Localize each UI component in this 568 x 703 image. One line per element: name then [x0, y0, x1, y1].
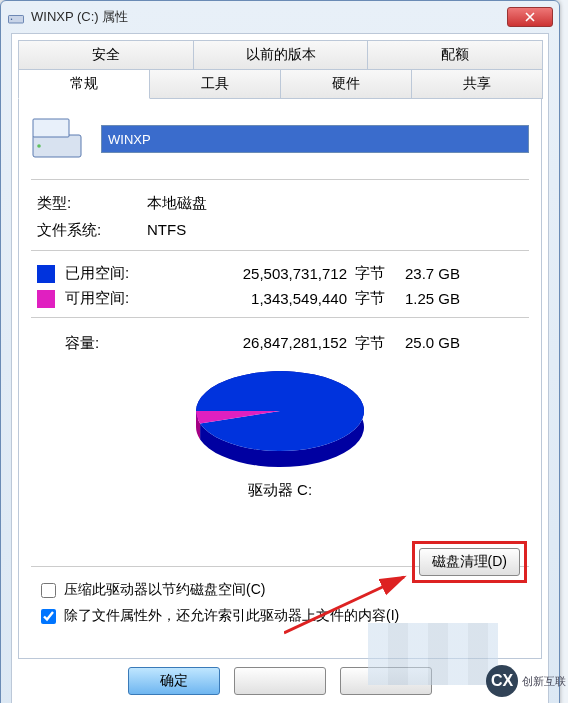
used-bytes: 25,503,731,712: [165, 265, 355, 282]
svg-point-1: [11, 19, 13, 21]
free-gb: 1.25 GB: [405, 290, 485, 307]
tab-general[interactable]: 常规: [18, 69, 150, 99]
tab-tools[interactable]: 工具: [149, 69, 281, 99]
dialog-window: WINXP (C:) 属性 安全 以前的版本 配额 常规 工具 硬件 共享: [0, 0, 560, 703]
close-button[interactable]: [507, 7, 553, 27]
capacity-gb: 25.0 GB: [405, 334, 485, 353]
disk-cleanup-button[interactable]: 磁盘清理(D): [419, 548, 520, 576]
filesystem-value: NTFS: [147, 221, 186, 240]
used-swatch: [37, 265, 55, 283]
free-label: 可用空间:: [65, 289, 165, 308]
watermark: CX 创新互联: [486, 665, 566, 697]
tab-content-general: 类型: 本地磁盘 文件系统: NTFS 已用空间: 25,503,731,712…: [18, 99, 542, 659]
tab-security[interactable]: 安全: [18, 40, 194, 70]
free-unit: 字节: [355, 289, 405, 308]
capacity-label: 容量:: [65, 334, 165, 353]
used-label: 已用空间:: [65, 264, 165, 283]
capacity-bytes: 26,847,281,152: [165, 334, 355, 353]
drive-name-row: [31, 117, 529, 161]
tabs-row-lower: 常规 工具 硬件 共享: [18, 69, 542, 99]
close-icon: [525, 12, 535, 22]
compress-checkbox[interactable]: [41, 583, 56, 598]
watermark-logo-icon: CX: [486, 665, 518, 697]
capacity-unit: 字节: [355, 334, 405, 353]
tab-hardware[interactable]: 硬件: [280, 69, 412, 99]
window-title: WINXP (C:) 属性: [31, 8, 507, 26]
tabs-row-upper: 安全 以前的版本 配额: [18, 40, 542, 70]
svg-rect-3: [33, 119, 69, 137]
free-bytes: 1,343,549,440: [165, 290, 355, 307]
type-label: 类型:: [37, 194, 147, 213]
index-label: 除了文件属性外，还允许索引此驱动器上文件的内容(I): [64, 607, 399, 625]
used-gb: 23.7 GB: [405, 265, 485, 282]
cleanup-area: 磁盘清理(D): [406, 535, 533, 589]
tab-sharing[interactable]: 共享: [411, 69, 543, 99]
tab-previous-versions[interactable]: 以前的版本: [193, 40, 369, 70]
separator: [31, 317, 529, 318]
drive-large-icon: [31, 117, 83, 161]
free-swatch: [37, 290, 55, 308]
titlebar[interactable]: WINXP (C:) 属性: [1, 1, 559, 33]
drive-icon: [7, 8, 25, 26]
drive-letter-label: 驱动器 C:: [248, 481, 312, 500]
separator: [31, 179, 529, 180]
pixelation-overlay: [368, 623, 498, 685]
pie-chart-area: 驱动器 C:: [31, 365, 529, 500]
separator: [31, 250, 529, 251]
highlight-box: 磁盘清理(D): [412, 541, 527, 583]
compress-label: 压缩此驱动器以节约磁盘空间(C): [64, 581, 265, 599]
type-value: 本地磁盘: [147, 194, 207, 213]
type-row: 类型: 本地磁盘: [31, 190, 529, 217]
property-panel: 安全 以前的版本 配额 常规 工具 硬件 共享 类型: 本地磁盘: [11, 33, 549, 703]
free-space-row: 可用空间: 1,343,549,440 字节 1.25 GB: [31, 286, 529, 311]
index-checkbox[interactable]: [41, 609, 56, 624]
drive-name-input[interactable]: [101, 125, 529, 153]
tab-quota[interactable]: 配额: [367, 40, 543, 70]
filesystem-label: 文件系统:: [37, 221, 147, 240]
pie-chart: [185, 365, 375, 473]
svg-point-4: [37, 144, 41, 148]
watermark-text: 创新互联: [522, 674, 566, 689]
capacity-row: 容量: 26,847,281,152 字节 25.0 GB: [31, 328, 529, 359]
filesystem-row: 文件系统: NTFS: [31, 217, 529, 244]
used-space-row: 已用空间: 25,503,731,712 字节 23.7 GB: [31, 261, 529, 286]
used-unit: 字节: [355, 264, 405, 283]
cancel-button[interactable]: [234, 667, 326, 695]
ok-button[interactable]: 确定: [128, 667, 220, 695]
